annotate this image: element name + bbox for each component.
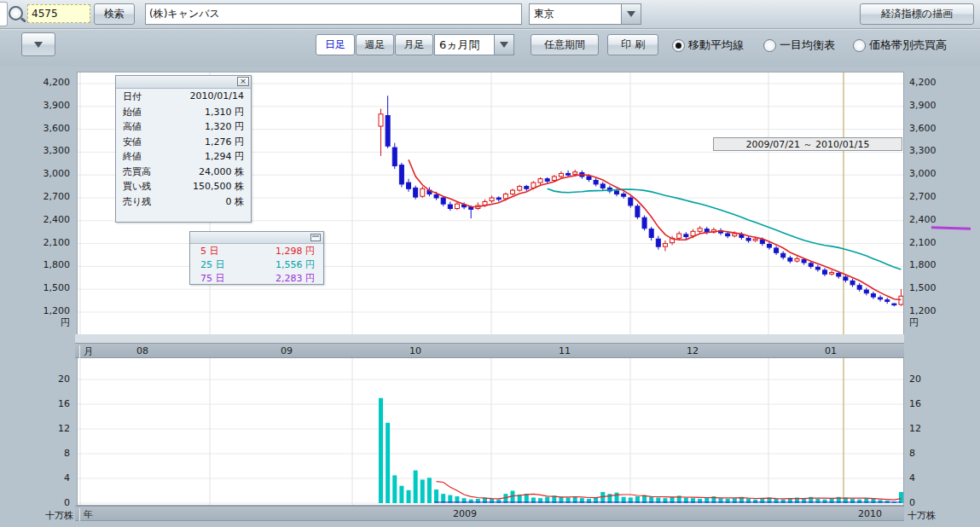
volume-tick-label: 4 [909,472,915,484]
month-tick-label: 12 [687,345,699,356]
overlay-radio-price-volume[interactable]: 価格帯別売買高 [853,38,947,53]
ma-legend: 5 日1,298 円 25 日1,556 円 75 日2,283 円 [189,231,324,285]
info-row-margin-buy: 買い残150,500 株 [116,178,251,194]
radio-selected-icon [672,39,685,52]
overlay-label: 価格帯別売買高 [869,38,947,53]
info-row-date: 日付2010/01/14 [116,89,251,104]
price-tick-label: 2,400 [0,214,70,225]
ma-row-5: 5 日1,298 円 [190,244,323,258]
price-tick-label: 4,200 [0,77,70,88]
dropdown-arrow-button[interactable] [21,32,55,56]
toolbar-divider-highlight [0,29,980,30]
ma-row-25: 25 日1,556 円 [190,258,323,271]
overlay-radio-moving-average[interactable]: 移動平均線 [672,38,744,53]
info-panel: × 日付2010/01/14 始値1,310 円 高値1,320 円 安値1,2… [115,75,252,223]
tab-daily[interactable]: 日足 [316,34,355,55]
price-tick-label: 1,500 [909,282,937,293]
volume-tick-label: 8 [909,448,915,459]
search-icon [9,6,23,20]
volume-chart[interactable] [77,358,904,506]
chevron-down-icon[interactable] [621,4,641,24]
volume-tick-label: 12 [909,423,921,434]
company-name-input[interactable] [145,3,522,25]
price-tick-label: 2,400 [909,214,937,225]
info-row-open: 始値1,310 円 [116,104,251,119]
year-axis: 年 20092010 [75,506,904,521]
month-axis-label: 月 [79,345,93,358]
month-tick-label: 10 [409,345,421,356]
radio-icon [853,39,866,52]
price-tick-label: 3,900 [909,100,937,111]
year-tick-label: 2010 [858,508,882,519]
price-unit-right: 円 [909,316,919,329]
price-unit-left: 円 [0,316,70,329]
exchange-select[interactable]: 東京 [529,3,641,25]
volume-tick-label: 0 [909,497,915,508]
volume-tick-label: 8 [0,448,70,459]
volume-tick-label: 4 [0,472,70,484]
price-tick-label: 3,000 [0,168,70,179]
price-tick-label: 4,200 [909,77,937,88]
volume-tick-label: 20 [0,374,70,385]
volume-tick-label: 16 [0,398,70,409]
tab-weekly[interactable]: 週足 [356,34,394,55]
info-panel-header[interactable]: × [116,76,251,89]
tab-monthly[interactable]: 月足 [395,34,433,55]
print-button[interactable]: 印 刷 [607,34,658,55]
info-row-margin-sell: 売り残0 株 [116,194,251,209]
price-tick-label: 3,300 [909,145,937,156]
price-tick-label: 1,800 [0,259,70,270]
exchange-value: 東京 [530,7,621,21]
range-value: 6ヵ月間 [435,38,494,53]
close-icon[interactable]: × [237,77,249,86]
date-range-box: 2009/07/21 ～ 2010/01/15 [713,137,902,151]
price-tick-label: 3,000 [909,168,937,179]
price-tick-label: 2,700 [0,191,70,202]
month-tick-label: 08 [136,345,148,356]
stock-code-input[interactable] [27,4,90,23]
volume-chart-region [0,358,980,506]
price-tick-label: 3,900 [0,100,70,111]
month-tick-label: 09 [281,345,293,356]
price-tick-label: 1,200 [909,305,937,316]
range-select[interactable]: 6ヵ月間 [434,34,514,55]
custom-period-button[interactable]: 任意期間 [531,34,599,55]
overlay-label: 移動平均線 [688,38,744,53]
overlay-label: 一目均衡表 [780,38,835,53]
volume-tick-label: 20 [909,374,921,385]
price-tick-label: 1,800 [909,259,937,270]
info-row-volume: 売買高24,000 株 [116,164,251,179]
volume-unit-left: 十万株 [32,509,73,522]
price-tick-label: 2,700 [909,191,937,202]
ma-row-75: 75 日2,283 円 [190,271,323,285]
volume-tick-label: 12 [0,423,70,434]
search-button[interactable]: 検索 [94,3,135,25]
volume-tick-label: 0 [0,497,70,508]
year-axis-label: 年 [79,508,93,521]
price-tick-label: 3,600 [0,123,70,134]
radio-icon [763,39,776,52]
volume-tick-label: 16 [909,398,921,409]
price-tick-label: 2,100 [909,237,937,248]
chevron-down-icon[interactable] [494,35,513,55]
minimize-icon[interactable] [310,234,321,241]
volume-unit-right: 十万株 [908,509,936,522]
month-tick-label: 11 [559,345,571,356]
info-row-low: 安値1,276 円 [116,134,251,149]
price-tick-label: 3,600 [909,123,937,134]
chevron-down-icon [34,42,43,48]
economic-indicator-button[interactable]: 経済指標の描画 [860,3,974,25]
chart-gap-strip [75,334,904,343]
price-tick-label: 2,100 [0,237,70,248]
price-tick-label: 3,300 [0,145,70,156]
price-tick-label: 1,200 [0,305,70,316]
ma-legend-header[interactable] [190,232,323,244]
info-row-close: 終値1,294 円 [116,148,251,164]
stock-chart-app: 検索 東京 経済指標の描画 日足 週足 月足 6ヵ月間 任意期間 印 刷 移動平… [0,0,980,527]
price-tick-label: 1,500 [0,282,70,293]
window-edge [0,2,8,26]
year-tick-label: 2009 [453,508,477,519]
info-row-high: 高値1,320 円 [116,119,251,134]
month-tick-label: 01 [825,345,837,356]
overlay-radio-ichimoku[interactable]: 一目均衡表 [763,38,835,53]
